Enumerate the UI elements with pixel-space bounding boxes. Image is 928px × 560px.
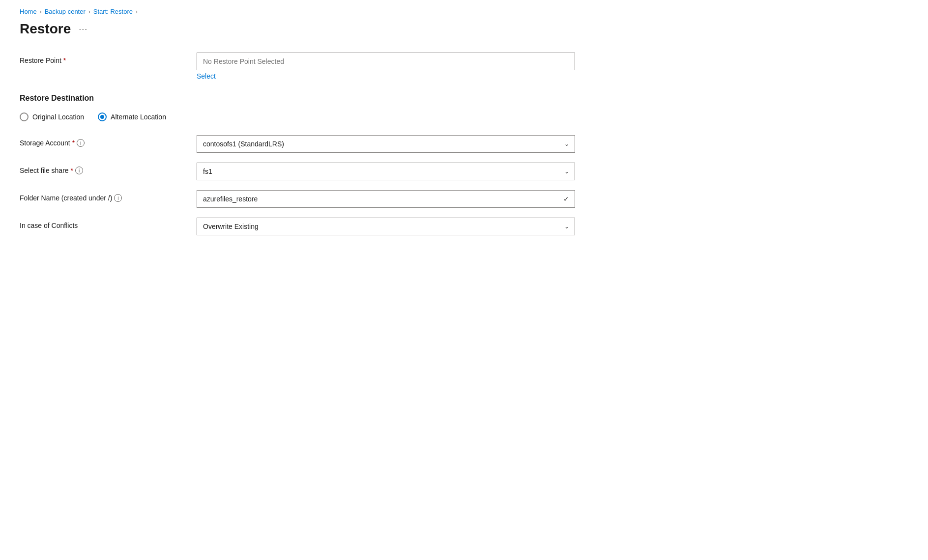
- breadcrumb-sep-1: ›: [40, 8, 42, 15]
- file-share-select[interactable]: fs1: [197, 163, 575, 180]
- restore-point-input[interactable]: [197, 53, 575, 70]
- file-share-control: fs1 ⌄: [197, 163, 575, 180]
- restore-point-control: Select: [197, 53, 575, 80]
- restore-point-select-link[interactable]: Select: [197, 72, 216, 80]
- conflicts-row: In case of Conflicts Overwrite Existing …: [20, 218, 908, 235]
- conflicts-label: In case of Conflicts: [20, 218, 197, 229]
- storage-account-row: Storage Account * i contosofs1 (Standard…: [20, 135, 908, 153]
- file-share-row: Select file share * i fs1 ⌄: [20, 163, 908, 180]
- restore-destination-heading: Restore Destination: [20, 90, 908, 103]
- breadcrumb-sep-2: ›: [88, 8, 90, 15]
- storage-account-label: Storage Account * i: [20, 135, 197, 147]
- alternate-location-label: Alternate Location: [111, 113, 166, 121]
- folder-name-label-text: Folder Name (created under /): [20, 194, 112, 202]
- storage-account-label-text: Storage Account: [20, 139, 70, 147]
- file-share-dropdown-wrapper: fs1 ⌄: [197, 163, 575, 180]
- original-location-option[interactable]: Original Location: [20, 112, 84, 121]
- breadcrumb-backup-center[interactable]: Backup center: [45, 8, 86, 15]
- folder-name-input[interactable]: [197, 190, 575, 208]
- alternate-location-radio[interactable]: [98, 112, 107, 121]
- breadcrumb: Home › Backup center › Start: Restore ›: [20, 8, 908, 15]
- original-location-label: Original Location: [32, 113, 84, 121]
- original-location-radio[interactable]: [20, 112, 29, 121]
- storage-account-select[interactable]: contosofs1 (StandardLRS): [197, 135, 575, 153]
- conflicts-dropdown-wrapper: Overwrite Existing Skip ⌄: [197, 218, 575, 235]
- storage-account-control: contosofs1 (StandardLRS) ⌄: [197, 135, 575, 153]
- page-container: Home › Backup center › Start: Restore › …: [0, 0, 928, 269]
- file-share-required: *: [71, 167, 73, 174]
- conflicts-label-text: In case of Conflicts: [20, 222, 78, 229]
- storage-account-required: *: [72, 139, 75, 147]
- page-title-row: Restore ···: [20, 21, 908, 37]
- folder-name-info-icon[interactable]: i: [114, 194, 122, 202]
- storage-account-info-icon[interactable]: i: [77, 139, 85, 147]
- restore-destination-section: Restore Destination Original Location Al…: [20, 90, 908, 235]
- breadcrumb-home[interactable]: Home: [20, 8, 37, 15]
- file-share-info-icon[interactable]: i: [75, 167, 83, 174]
- restore-point-required: *: [63, 56, 66, 64]
- conflicts-select[interactable]: Overwrite Existing Skip: [197, 218, 575, 235]
- folder-name-row: Folder Name (created under /) i ✓: [20, 190, 908, 208]
- more-options-button[interactable]: ···: [76, 23, 90, 35]
- restore-point-row: Restore Point * Select: [20, 53, 908, 80]
- breadcrumb-start-restore[interactable]: Start: Restore: [93, 8, 133, 15]
- restore-point-label: Restore Point *: [20, 53, 197, 64]
- location-radio-group: Original Location Alternate Location: [20, 112, 908, 121]
- file-share-label: Select file share * i: [20, 163, 197, 174]
- storage-account-dropdown-wrapper: contosofs1 (StandardLRS) ⌄: [197, 135, 575, 153]
- breadcrumb-sep-3: ›: [136, 8, 138, 15]
- alternate-location-option[interactable]: Alternate Location: [98, 112, 166, 121]
- folder-name-input-wrapper: ✓: [197, 190, 575, 208]
- restore-point-label-text: Restore Point: [20, 56, 61, 64]
- conflicts-control: Overwrite Existing Skip ⌄: [197, 218, 575, 235]
- folder-name-control: ✓: [197, 190, 575, 208]
- file-share-label-text: Select file share: [20, 167, 69, 174]
- folder-name-label: Folder Name (created under /) i: [20, 190, 197, 202]
- page-title: Restore: [20, 21, 71, 37]
